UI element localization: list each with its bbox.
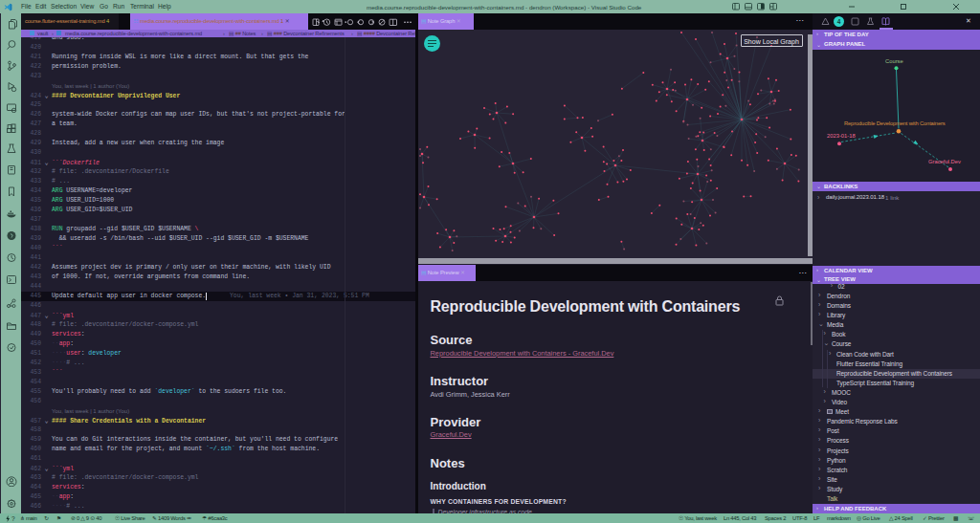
svg-text:?: ? <box>11 515 15 522</box>
